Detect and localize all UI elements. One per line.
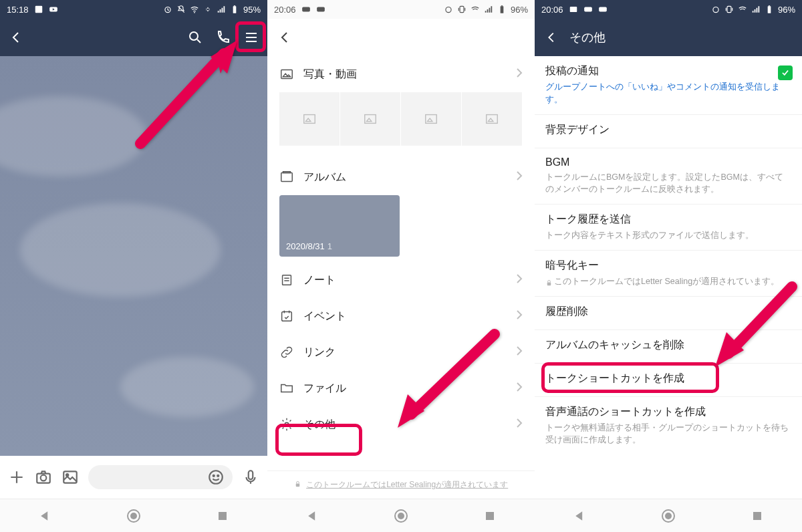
search-icon[interactable] bbox=[187, 29, 203, 45]
svg-rect-52 bbox=[769, 5, 770, 6]
nav-recent[interactable] bbox=[481, 507, 499, 525]
svg-marker-27 bbox=[283, 74, 291, 77]
album-card[interactable]: 2020/8/311 bbox=[279, 195, 400, 257]
back-button[interactable] bbox=[277, 29, 293, 45]
youtube-icon bbox=[49, 5, 58, 14]
item-post-notify[interactable]: 投稿の通知 グループノートへの「いいね」やコメントの通知を受信します。 bbox=[535, 56, 802, 115]
android-nav bbox=[535, 499, 802, 532]
app-icon bbox=[34, 5, 43, 14]
svg-rect-34 bbox=[487, 115, 498, 124]
photo-thumb[interactable] bbox=[340, 92, 401, 146]
row-album[interactable]: アルバム bbox=[267, 159, 535, 195]
menu-icon[interactable] bbox=[243, 29, 259, 45]
svg-point-40 bbox=[285, 422, 289, 426]
wifi-icon bbox=[738, 5, 747, 14]
svg-point-49 bbox=[713, 7, 718, 13]
svg-point-12 bbox=[209, 471, 223, 484]
svg-rect-37 bbox=[283, 172, 291, 173]
svg-rect-38 bbox=[283, 275, 291, 285]
photo-thumb[interactable] bbox=[401, 92, 462, 146]
chevron-right-icon bbox=[516, 273, 523, 287]
wifi-icon bbox=[190, 5, 199, 14]
menu-body: 写真・動画 アルバム 2020/8/311 ノート イベント bbox=[267, 56, 535, 471]
row-label: イベント bbox=[303, 309, 346, 323]
row-label: ノート bbox=[303, 273, 336, 287]
battery-icon bbox=[765, 5, 774, 14]
add-icon[interactable] bbox=[8, 469, 25, 486]
call-icon[interactable] bbox=[215, 29, 231, 45]
item-talk-shortcut[interactable]: トークショートカットを作成 bbox=[535, 364, 802, 397]
chevron-right-icon bbox=[516, 309, 523, 323]
nav-recent[interactable] bbox=[214, 507, 231, 525]
row-file[interactable]: ファイル bbox=[267, 370, 535, 406]
back-button[interactable] bbox=[544, 30, 559, 45]
chat-body[interactable] bbox=[0, 56, 267, 456]
svg-marker-35 bbox=[489, 118, 493, 122]
mobile-data-icon bbox=[203, 5, 213, 14]
item-bgm[interactable]: BGM トークルームにBGMを設定します。設定したBGMは、すべてのメンバーのト… bbox=[535, 148, 802, 205]
gear-icon bbox=[279, 417, 294, 432]
lock-icon bbox=[294, 481, 301, 490]
event-icon bbox=[279, 309, 294, 323]
album-count: 1 bbox=[327, 241, 332, 251]
svg-rect-26 bbox=[281, 70, 293, 79]
row-other[interactable]: その他 bbox=[267, 406, 535, 442]
nav-back[interactable] bbox=[36, 507, 53, 525]
item-history-delete[interactable]: 履歴削除 bbox=[535, 297, 802, 330]
status-time: 15:18 bbox=[7, 5, 29, 15]
photo-thumb[interactable] bbox=[462, 92, 523, 146]
svg-rect-21 bbox=[317, 7, 325, 12]
nav-back[interactable] bbox=[303, 507, 321, 525]
nav-home[interactable] bbox=[660, 507, 677, 525]
row-photos[interactable]: 写真・動画 bbox=[267, 56, 535, 92]
item-enc-key[interactable]: 暗号化キー このトークルームではLetter Sealingが適用されています。 bbox=[535, 251, 802, 297]
row-label: その他 bbox=[303, 418, 336, 432]
panel-other-settings: 20:06 96% その他 投稿の通知 グループノートへの「いいね」やコメントの… bbox=[535, 0, 802, 532]
svg-point-13 bbox=[213, 475, 215, 477]
svg-rect-5 bbox=[233, 6, 237, 13]
row-link[interactable]: リンク bbox=[267, 334, 535, 370]
nav-home[interactable] bbox=[392, 507, 410, 525]
android-nav bbox=[267, 499, 535, 532]
nav-home[interactable] bbox=[125, 507, 142, 525]
mic-icon[interactable] bbox=[242, 469, 259, 486]
svg-rect-32 bbox=[426, 115, 437, 124]
svg-rect-47 bbox=[584, 7, 592, 12]
chevron-right-icon bbox=[516, 418, 523, 431]
camera-icon[interactable] bbox=[35, 469, 52, 486]
photo-thumbnails bbox=[267, 92, 535, 159]
chevron-right-icon bbox=[516, 68, 523, 81]
message-input[interactable] bbox=[88, 465, 233, 489]
item-history-send[interactable]: トーク履歴を送信 トーク内容をテキスト形式のファイルで送信します。 bbox=[535, 205, 802, 251]
chat-input-bar bbox=[0, 456, 267, 499]
svg-rect-20 bbox=[302, 7, 310, 12]
row-event[interactable]: イベント bbox=[267, 298, 535, 334]
back-button[interactable] bbox=[8, 29, 24, 45]
svg-point-4 bbox=[194, 12, 195, 13]
mute-icon bbox=[176, 5, 186, 14]
emoji-icon[interactable] bbox=[207, 469, 225, 486]
signal-icon bbox=[217, 5, 226, 14]
checkbox-checked-icon[interactable] bbox=[778, 65, 793, 80]
photo-icon bbox=[279, 67, 294, 82]
letter-sealing-note[interactable]: このトークルームではLetter Sealingが適用されています bbox=[267, 471, 535, 499]
chat-header bbox=[0, 19, 267, 56]
row-note[interactable]: ノート bbox=[267, 262, 535, 298]
item-delete-album-cache[interactable]: アルバムのキャッシュを削除 bbox=[535, 330, 802, 364]
settings-body: 投稿の通知 グループノートへの「いいね」やコメントの通知を受信します。 背景デザ… bbox=[535, 56, 802, 499]
nav-recent[interactable] bbox=[749, 507, 766, 525]
svg-rect-53 bbox=[547, 283, 551, 286]
signal-icon bbox=[484, 5, 493, 14]
svg-marker-29 bbox=[306, 118, 311, 122]
svg-point-14 bbox=[217, 475, 219, 477]
image-icon[interactable] bbox=[61, 469, 79, 486]
item-background[interactable]: 背景デザイン bbox=[535, 115, 802, 148]
settings-header: その他 bbox=[535, 19, 802, 56]
svg-point-9 bbox=[41, 475, 47, 481]
nav-back[interactable] bbox=[571, 507, 588, 525]
android-nav bbox=[0, 499, 267, 532]
photo-thumb[interactable] bbox=[279, 92, 340, 146]
alarm-icon bbox=[444, 5, 453, 14]
row-label: アルバム bbox=[303, 170, 346, 184]
item-voice-shortcut[interactable]: 音声通話のショートカットを作成 トークや無料通話する相手・グループのショートカッ… bbox=[535, 397, 802, 455]
